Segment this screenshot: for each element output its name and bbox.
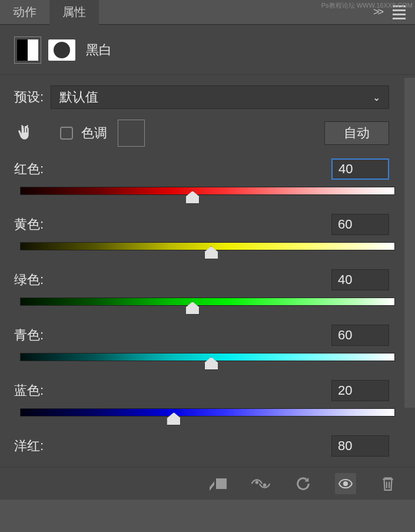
slider-label: 红色: — [14, 160, 44, 178]
slider-label: 绿色: — [14, 271, 44, 289]
slider-thumb[interactable] — [185, 191, 200, 204]
slider-label: 黄色: — [14, 216, 44, 233]
preset-label: 预设: — [14, 88, 44, 106]
layer-mask-icon[interactable] — [48, 39, 75, 61]
slider-group: 绿色:40 — [0, 262, 415, 306]
adjustment-type-icon — [14, 37, 41, 64]
slider-thumb[interactable] — [167, 412, 181, 425]
watermark-text: Ps教程论坛 WWW.16XX8.COM — [321, 1, 413, 10]
slider-track[interactable] — [20, 353, 395, 361]
slider-group: 黄色:60 — [0, 207, 415, 250]
svg-point-2 — [343, 481, 348, 486]
slider-track[interactable] — [20, 408, 395, 417]
slider-value-input[interactable]: 60 — [331, 325, 389, 346]
tint-color-swatch[interactable] — [118, 120, 145, 147]
panel-body: 黑白 预设: 默认值 ⌄ 色调 自动 红色:40黄色:60绿色:40青色:60蓝… — [0, 25, 415, 500]
panel-footer — [0, 467, 415, 500]
visibility-icon[interactable] — [335, 473, 356, 494]
preset-dropdown[interactable]: 默认值 ⌄ — [51, 85, 389, 109]
reset-icon[interactable] — [293, 473, 314, 494]
slider-value-input[interactable]: 40 — [331, 269, 389, 290]
tab-actions[interactable]: 动作 — [0, 0, 49, 25]
slider-value-input[interactable]: 40 — [331, 158, 389, 180]
slider-thumb[interactable] — [204, 357, 218, 370]
slider-thumb[interactable] — [185, 302, 200, 315]
slider-value-input[interactable]: 20 — [331, 380, 389, 401]
auto-button[interactable]: 自动 — [324, 121, 389, 145]
tab-properties[interactable]: 属性 — [49, 0, 99, 25]
preset-value: 默认值 — [59, 88, 98, 106]
slider-label: 蓝色: — [14, 382, 44, 399]
svg-point-0 — [255, 481, 259, 484]
scrollbar[interactable] — [404, 78, 415, 408]
slider-track[interactable] — [20, 298, 395, 306]
slider-label: 洋红: — [14, 437, 44, 455]
slider-label: 青色: — [14, 326, 44, 344]
tint-label: 色调 — [81, 124, 107, 142]
slider-track[interactable] — [20, 187, 395, 195]
slider-group: 红色:40 — [0, 151, 415, 195]
slider-group: 青色:60 — [0, 318, 415, 361]
slider-track[interactable] — [20, 242, 395, 250]
slider-group: 蓝色:20 — [0, 373, 415, 417]
chevron-down-icon: ⌄ — [373, 92, 380, 103]
delete-icon[interactable] — [377, 473, 399, 494]
svg-point-1 — [263, 483, 267, 487]
slider-thumb[interactable] — [204, 246, 218, 259]
tint-checkbox[interactable] — [60, 127, 73, 140]
clip-to-layer-icon[interactable] — [208, 473, 229, 494]
targeted-adjustment-icon[interactable] — [14, 123, 35, 144]
slider-group: 洋红:80 — [0, 428, 415, 457]
slider-value-input[interactable]: 80 — [331, 435, 389, 457]
view-previous-icon[interactable] — [250, 473, 271, 494]
panel-title: 黑白 — [86, 41, 112, 59]
slider-value-input[interactable]: 60 — [331, 214, 389, 235]
